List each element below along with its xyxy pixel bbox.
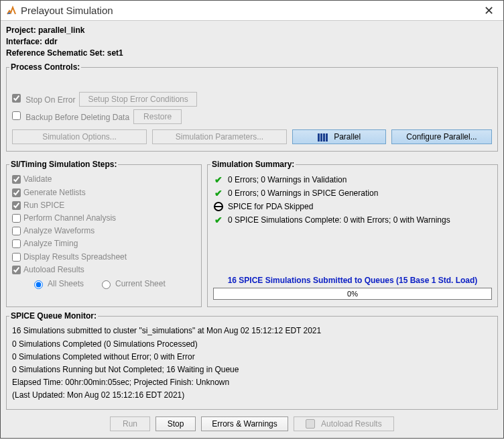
- all-sheets-option[interactable]: All Sheets: [31, 278, 84, 290]
- validate-label: Validate: [23, 173, 52, 186]
- stop-on-error-checkbox[interactable]: [12, 94, 21, 103]
- project-line: Project: parallel_link: [6, 25, 498, 36]
- validate-checkbox[interactable]: [12, 175, 21, 184]
- window-title: Prelayout Simulation: [21, 5, 480, 16]
- checkmark-icon: ✔: [213, 215, 224, 225]
- interface-value: ddr: [44, 37, 57, 46]
- summary-group: Simulation Summary: ✔0 Errors; 0 Warning…: [207, 160, 498, 307]
- current-sheet-option[interactable]: Current Sheet: [99, 278, 166, 290]
- autoload-results-option[interactable]: Autoload Results: [12, 264, 196, 276]
- perform-channel-analysis-checkbox[interactable]: [12, 214, 21, 223]
- queue-line-6: (Last Updated: Mon Aug 02 15:12:16 EDT 2…: [12, 389, 492, 402]
- autoload-results-button[interactable]: Autoload Results: [294, 416, 394, 432]
- summary-line-3: SPICE for PDA Skipped: [213, 201, 492, 212]
- display-results-checkbox[interactable]: [12, 253, 21, 262]
- parallel-button[interactable]: Parallel: [292, 129, 386, 144]
- summary-legend: Simulation Summary:: [210, 160, 296, 169]
- display-results-option[interactable]: Display Results Spreadsheet: [12, 251, 196, 264]
- parallel-label: Parallel: [334, 132, 361, 142]
- summary-line-2: ✔0 Errors; 0 Warnings in SPICE Generatio…: [213, 188, 492, 199]
- refset-label: Reference Schematic Set:: [6, 48, 105, 58]
- summary-text-1: 0 Errors; 0 Warnings in Validation: [228, 175, 346, 184]
- analyze-waveforms-label: Analyze Waveforms: [23, 225, 94, 237]
- project-label: Project:: [6, 25, 36, 35]
- interface-label: Interface:: [6, 37, 42, 46]
- summary-text-4: 0 SPICE Simulations Complete: 0 with Err…: [228, 215, 450, 225]
- skip-icon: [213, 201, 224, 212]
- refset-line: Reference Schematic Set: set1: [6, 48, 498, 59]
- analyze-timing-option[interactable]: Analyze Timing: [12, 237, 196, 250]
- simulation-parameters-button[interactable]: Simulation Parameters...: [152, 129, 287, 144]
- checkmark-icon: ✔: [213, 174, 224, 185]
- display-results-label: Display Results Spreadsheet: [23, 251, 127, 264]
- current-sheet-radio[interactable]: [102, 280, 111, 289]
- validate-option[interactable]: Validate: [12, 173, 196, 186]
- matlab-icon: [6, 5, 17, 16]
- titlebar: Prelayout Simulation ✕: [1, 1, 503, 21]
- window-frame: Prelayout Simulation ✕ Project: parallel…: [0, 0, 504, 439]
- run-spice-checkbox[interactable]: [12, 201, 21, 210]
- refset-value: set1: [107, 48, 123, 58]
- queue-group: SPICE Queue Monitor: 16 Simulations subm…: [6, 311, 498, 409]
- run-button[interactable]: Run: [110, 416, 150, 432]
- autoload-icon: [306, 419, 315, 429]
- summary-line-1: ✔0 Errors; 0 Warnings in Validation: [213, 174, 492, 185]
- configure-parallel-button[interactable]: Configure Parallel...: [391, 129, 492, 144]
- queue-legend: SPICE Queue Monitor:: [9, 311, 98, 321]
- generate-netlists-label: Generate Netlists: [23, 186, 86, 199]
- project-value: parallel_link: [38, 25, 84, 35]
- progress-bar: 0%: [213, 288, 492, 300]
- client-area: Project: parallel_link Interface: ddr Re…: [1, 21, 503, 438]
- summary-text-2: 0 Errors; 0 Warnings in SPICE Generation: [228, 188, 378, 198]
- run-spice-option[interactable]: Run SPICE: [12, 199, 196, 212]
- simulation-options-button[interactable]: Simulation Options...: [12, 129, 147, 144]
- generate-netlists-option[interactable]: Generate Netlists: [12, 186, 196, 199]
- footer-buttons: Run Stop Errors & Warnings Autoload Resu…: [6, 416, 498, 432]
- analyze-waveforms-checkbox[interactable]: [12, 227, 21, 235]
- stop-on-error-label: Stop On Error: [25, 95, 75, 105]
- autoload-results-label: Autoload Results: [321, 419, 382, 429]
- queue-line-5: Elapsed Time: 00hr:00min:05sec; Projecte…: [12, 376, 492, 389]
- current-sheet-label: Current Sheet: [115, 278, 166, 290]
- stop-on-error-option[interactable]: Stop On Error: [12, 94, 75, 105]
- run-spice-label: Run SPICE: [23, 199, 64, 212]
- close-button[interactable]: ✕: [480, 3, 498, 18]
- errors-warnings-button[interactable]: Errors & Warnings: [201, 416, 288, 432]
- steps-legend: SI/Timing Simulation Steps:: [9, 160, 118, 169]
- steps-group: SI/Timing Simulation Steps: Validate Gen…: [6, 160, 202, 307]
- setup-stop-error-button[interactable]: Setup Stop Error Conditions: [79, 92, 196, 107]
- summary-line-4: ✔0 SPICE Simulations Complete: 0 with Er…: [213, 215, 492, 225]
- autoload-results-label: Autoload Results: [23, 264, 84, 276]
- process-controls-legend: Process Controls:: [9, 62, 81, 72]
- autoload-results-checkbox[interactable]: [12, 266, 21, 274]
- progress-text: 0%: [347, 290, 358, 298]
- perform-channel-analysis-option[interactable]: Perform Channel Analysis: [12, 212, 196, 225]
- interface-line: Interface: ddr: [6, 36, 498, 48]
- submit-note: 16 SPICE Simulations Submitted to Queues…: [213, 276, 492, 285]
- queue-line-2: 0 Simulations Completed (0 Simulations P…: [12, 338, 492, 351]
- backup-before-delete-checkbox[interactable]: [12, 111, 21, 120]
- backup-before-delete-option[interactable]: Backup Before Deleting Data: [12, 111, 129, 122]
- queue-line-1: 16 Simulations submitted to cluster "si_…: [12, 325, 492, 337]
- summary-text-3: SPICE for PDA Skipped: [228, 202, 313, 211]
- queue-line-3: 0 Simulations Completed without Error; 0…: [12, 351, 492, 363]
- analyze-waveforms-option[interactable]: Analyze Waveforms: [12, 225, 196, 237]
- all-sheets-label: All Sheets: [48, 278, 84, 290]
- parallel-icon: [318, 133, 328, 142]
- all-sheets-radio[interactable]: [34, 280, 43, 289]
- restore-button[interactable]: Restore: [133, 109, 182, 124]
- backup-before-delete-label: Backup Before Deleting Data: [25, 113, 129, 122]
- analyze-timing-checkbox[interactable]: [12, 239, 21, 248]
- analyze-timing-label: Analyze Timing: [23, 237, 78, 250]
- stop-button[interactable]: Stop: [155, 416, 196, 432]
- checkmark-icon: ✔: [213, 188, 224, 199]
- process-controls-group: Process Controls: Stop On Error Setup St…: [6, 62, 498, 152]
- queue-line-4: 0 Simulations Running but Not Completed;…: [12, 363, 492, 376]
- generate-netlists-checkbox[interactable]: [12, 188, 21, 197]
- perform-channel-analysis-label: Perform Channel Analysis: [23, 212, 116, 225]
